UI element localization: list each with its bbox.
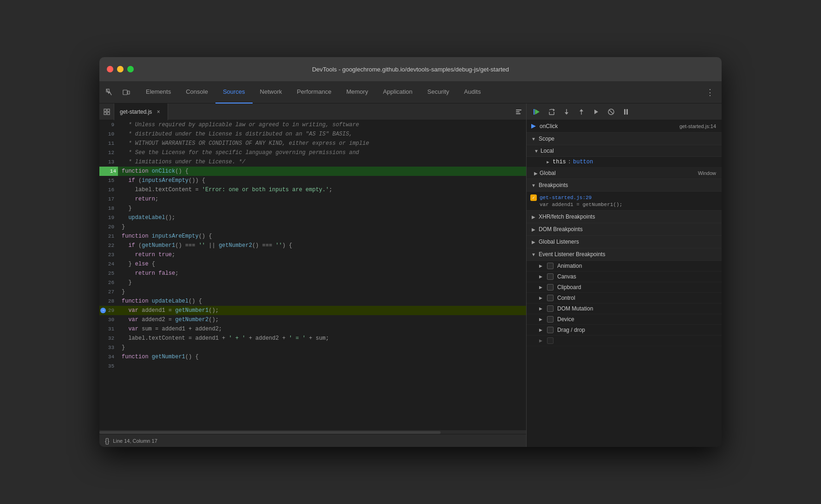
file-tab-get-started[interactable]: get-started.js × bbox=[114, 103, 168, 120]
line-number-20: 20 bbox=[99, 222, 118, 232]
event-checkbox-dom-mutation[interactable] bbox=[547, 305, 554, 312]
event-item-animation[interactable]: ▶ Animation bbox=[527, 261, 722, 271]
global-listeners-arrow-icon: ▶ bbox=[530, 239, 537, 245]
event-item-clipboard[interactable]: ▶ Clipboard bbox=[527, 282, 722, 293]
tab-sources[interactable]: Sources bbox=[215, 81, 253, 103]
tab-application[interactable]: Application bbox=[376, 81, 420, 103]
step-out-button[interactable] bbox=[575, 105, 588, 118]
code-line-21: 21 function inputsAreEmpty() { bbox=[99, 232, 526, 241]
event-item-partial[interactable]: ▶ bbox=[527, 336, 722, 346]
event-listener-section-header[interactable]: ▼ Event Listener Breakpoints bbox=[527, 248, 722, 261]
local-label: Local bbox=[541, 148, 554, 154]
maximize-button[interactable] bbox=[127, 66, 134, 72]
scope-this-key: this bbox=[553, 159, 566, 165]
device-icon[interactable] bbox=[120, 86, 133, 99]
line-content-17: return; bbox=[118, 194, 158, 204]
breakpoint-code: var addend1 = getNumber1(); bbox=[530, 202, 716, 207]
scope-expand-icon[interactable]: ▶ bbox=[545, 159, 551, 165]
event-checkbox-device[interactable] bbox=[547, 316, 554, 323]
code-line-22: 22 if (getNumber1() === '' || getNumber2… bbox=[99, 241, 526, 250]
event-checkbox-partial[interactable] bbox=[547, 337, 554, 344]
event-item-control[interactable]: ▶ Control bbox=[527, 293, 722, 304]
global-scope-section[interactable]: ▶ Global Window bbox=[527, 168, 722, 179]
pause-on-exception-button[interactable] bbox=[619, 105, 632, 118]
tab-security[interactable]: Security bbox=[420, 81, 456, 103]
tab-performance[interactable]: Performance bbox=[289, 81, 339, 103]
event-expand-dom-mutation[interactable]: ▶ bbox=[538, 306, 543, 311]
event-item-drag-drop[interactable]: ▶ Drag / drop bbox=[527, 325, 722, 336]
code-editor[interactable]: 9 * Unless required by applicable law or… bbox=[99, 120, 526, 430]
navigator-icon[interactable] bbox=[99, 103, 114, 120]
minimize-button[interactable] bbox=[117, 66, 124, 72]
tab-memory[interactable]: Memory bbox=[339, 81, 376, 103]
tab-menu-icon[interactable]: ⋮ bbox=[702, 85, 718, 99]
step-over-button[interactable] bbox=[545, 105, 558, 118]
event-expand-device[interactable]: ▶ bbox=[538, 317, 543, 322]
event-expand-animation[interactable]: ▶ bbox=[538, 263, 543, 269]
svg-marker-25 bbox=[531, 124, 536, 129]
event-label-clipboard: Clipboard bbox=[557, 284, 581, 291]
xhr-section-header[interactable]: ▶ XHR/fetch Breakpoints bbox=[527, 211, 722, 223]
horizontal-scrollbar[interactable] bbox=[99, 430, 526, 434]
breakpoint-item[interactable]: ✓ get-started.js:29 var addend1 = getNum… bbox=[527, 192, 722, 211]
line-content-31: var sum = addend1 + addend2; bbox=[118, 324, 222, 334]
close-button[interactable] bbox=[107, 66, 113, 72]
tab-elements[interactable]: Elements bbox=[138, 81, 178, 103]
event-expand-control[interactable]: ▶ bbox=[538, 295, 543, 301]
event-expand-drag-drop[interactable]: ▶ bbox=[538, 327, 543, 333]
line-number-32: 32 bbox=[99, 334, 118, 343]
debugger-content[interactable]: onClick get-started.js:14 ▼ Scope ▼ Loca… bbox=[527, 120, 722, 447]
tab-audits[interactable]: Audits bbox=[456, 81, 488, 103]
event-item-device[interactable]: ▶ Device bbox=[527, 314, 722, 325]
line-content-21: function inputsAreEmpty() { bbox=[118, 232, 212, 241]
code-line-14: 14 function onClick() { bbox=[99, 167, 526, 176]
event-expand-partial[interactable]: ▶ bbox=[538, 338, 543, 343]
breakpoints-arrow-icon: ▼ bbox=[530, 182, 537, 188]
code-line-35: 35 bbox=[99, 362, 526, 371]
code-line-9: 9 * Unless required by applicable law or… bbox=[99, 120, 526, 129]
event-checkbox-clipboard[interactable] bbox=[547, 284, 554, 291]
code-line-19: 19 updateLabel(); bbox=[99, 213, 526, 222]
scope-section-header[interactable]: ▼ Scope bbox=[527, 133, 722, 145]
tab-console[interactable]: Console bbox=[178, 81, 215, 103]
line-number-21: 21 bbox=[99, 232, 118, 241]
line-number-12: 12 bbox=[99, 148, 118, 157]
global-listeners-section-header[interactable]: ▶ Global Listeners bbox=[527, 236, 722, 248]
code-line-29: → 29 var addend1 = getNumber1(); bbox=[99, 306, 526, 315]
code-line-18: 18 } bbox=[99, 204, 526, 213]
breakpoints-section-header[interactable]: ▼ Breakpoints bbox=[527, 179, 722, 192]
file-tab-close[interactable]: × bbox=[155, 108, 162, 116]
event-checkbox-control[interactable] bbox=[547, 295, 554, 301]
tab-network[interactable]: Network bbox=[253, 81, 290, 103]
call-stack-onclick[interactable]: onClick get-started.js:14 bbox=[527, 120, 722, 133]
event-item-dom-mutation[interactable]: ▶ DOM Mutation bbox=[527, 304, 722, 314]
event-checkbox-animation[interactable] bbox=[547, 263, 554, 269]
svg-rect-24 bbox=[626, 109, 628, 115]
global-val: Window bbox=[698, 170, 716, 176]
resume-button[interactable] bbox=[530, 105, 543, 118]
code-line-15: 15 if (inputsAreEmpty()) { bbox=[99, 176, 526, 185]
event-expand-canvas[interactable]: ▶ bbox=[538, 274, 543, 279]
breakpoint-checkbox[interactable]: ✓ bbox=[530, 194, 537, 201]
step-into-button[interactable] bbox=[560, 105, 573, 118]
line-content-15: if (inputsAreEmpty()) { bbox=[118, 176, 205, 185]
step-button[interactable] bbox=[590, 105, 603, 118]
line-number-29: → 29 bbox=[99, 306, 118, 315]
event-item-canvas[interactable]: ▶ Canvas bbox=[527, 271, 722, 282]
inspect-icon[interactable] bbox=[103, 86, 116, 99]
dom-breakpoints-section-header[interactable]: ▶ DOM Breakpoints bbox=[527, 223, 722, 236]
line-number-19: 19 bbox=[99, 213, 118, 222]
format-button[interactable] bbox=[511, 103, 526, 120]
event-checkbox-canvas[interactable] bbox=[547, 273, 554, 280]
event-label-device: Device bbox=[557, 316, 574, 323]
main-content: get-started.js × 9 * Unless req bbox=[99, 103, 722, 447]
local-scope-section[interactable]: ▼ Local bbox=[527, 145, 722, 157]
line-content-20: } bbox=[118, 222, 125, 232]
code-line-33: 33 } bbox=[99, 343, 526, 352]
deactivate-button[interactable] bbox=[605, 105, 618, 118]
svg-marker-17 bbox=[565, 112, 568, 115]
event-expand-clipboard[interactable]: ▶ bbox=[538, 284, 543, 290]
svg-marker-10 bbox=[535, 109, 540, 115]
event-listener-arrow-icon: ▼ bbox=[530, 251, 537, 258]
event-checkbox-drag-drop[interactable] bbox=[547, 327, 554, 333]
